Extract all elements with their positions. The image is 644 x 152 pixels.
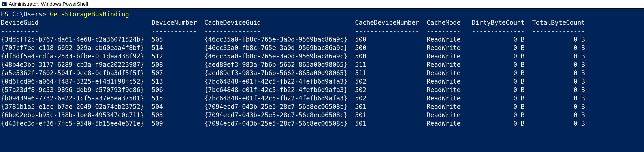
cell-dirty-byte-count: 0 B: [468, 95, 528, 102]
table-row: {3ddcff2c-b767-da61-4e68-c2a36071524b} 5…: [1, 35, 643, 44]
separator: ---------------: [204, 27, 355, 34]
table-row: {0d6fcd96-a064-f487-3325-ef4d1f98fc52} 5…: [1, 77, 643, 86]
terminal-line: DeviceGuid DeviceNumber CacheDeviceGuid …: [1, 18, 643, 27]
cell-total-byte-count: 0 B: [528, 103, 585, 110]
cell-device-guid: {d43fec3d-ef36-7fc5-9540-5b15ee4e671e}: [1, 120, 152, 127]
cell-cache-mode: ReadWrite: [427, 86, 468, 93]
column-header-cache-mode: CacheMode: [427, 19, 468, 26]
cell-device-guid: {a5e5362f-7602-504f-9ec8-0cfba3df5f5f}: [1, 69, 152, 77]
cell-device-guid: {df8df5a4-cdfa-2533-bfbe-011dea338f92}: [1, 52, 152, 60]
cell-cache-device-number: 500: [355, 36, 427, 43]
cell-cache-device-number: 502: [355, 95, 427, 102]
terminal-output[interactable]: PS C:\Users> Get-StorageBusBindingDevice…: [0, 9, 644, 152]
cell-cache-device-guid: {46cc35a0-fb8c-765e-3a0d-9569bac86a9c}: [204, 44, 355, 51]
cell-device-number: 506: [152, 86, 204, 93]
separator: ------------: [152, 27, 204, 34]
cell-dirty-byte-count: 0 B: [468, 36, 528, 43]
cell-total-byte-count: 0 B: [528, 44, 585, 51]
cell-cache-device-guid: {aed89ef3-983a-7b6b-5662-865a00d98065}: [204, 69, 355, 77]
cell-device-guid: {3781b1a5-e1ac-b7ae-2649-02a74cb23752}: [1, 103, 152, 110]
cell-cache-device-guid: {7094ecd7-043b-25e5-28c7-56c8ec06508c}: [204, 120, 355, 127]
table-row: {3781b1a5-e1ac-b7ae-2649-02a74cb23752} 5…: [1, 103, 643, 111]
cell-cache-device-number: 502: [355, 78, 427, 85]
table-row: {6be02ebb-b95c-138b-1be8-495347c0c711} 5…: [1, 111, 643, 119]
cell-cache-device-number: 502: [355, 86, 427, 93]
cell-cache-mode: ReadWrite: [427, 78, 468, 85]
cell-cache-device-number: 501: [355, 120, 427, 127]
cell-cache-mode: ReadWrite: [427, 52, 468, 60]
column-header-dirty-byte-count: DirtyByteCount: [468, 19, 528, 26]
cell-device-guid: {6be02ebb-b95c-138b-1be8-495347c0c711}: [1, 111, 152, 119]
terminal-line: ---------- ------------ --------------- …: [1, 27, 643, 35]
cell-total-byte-count: 0 B: [528, 86, 585, 93]
cell-device-number: 505: [152, 36, 204, 43]
cell-device-number: 513: [152, 78, 204, 85]
cell-cache-device-guid: {46cc35a0-fb8c-765e-3a0d-9569bac86a9c}: [204, 52, 355, 60]
cell-cache-mode: ReadWrite: [427, 69, 468, 77]
column-header-total-byte-count: TotalByteCount: [528, 19, 585, 26]
cell-cache-mode: ReadWrite: [427, 44, 468, 51]
cell-total-byte-count: 0 B: [528, 120, 585, 127]
table-row: {707cf7ee-c118-6692-029a-db60eaa4f8bf} 5…: [1, 44, 643, 52]
cell-device-guid: {707cf7ee-c118-6692-029a-db60eaa4f8bf}: [1, 44, 152, 51]
cell-device-guid: {0d6fcd96-a064-f487-3325-ef4d1f98fc52}: [1, 78, 152, 85]
cell-total-byte-count: 0 B: [528, 95, 585, 102]
cell-cache-mode: ReadWrite: [427, 95, 468, 102]
cell-dirty-byte-count: 0 B: [468, 120, 528, 127]
cell-cache-device-guid: {7094ecd7-043b-25e5-28c7-56c8ec06508c}: [204, 111, 355, 119]
cell-device-number: 508: [152, 61, 204, 68]
prompt-command: Get-StorageBusBinding: [50, 10, 129, 18]
cell-total-byte-count: 0 B: [528, 52, 585, 60]
table-row: {57a23df8-9c53-9896-ddb9-c570793f9e86} 5…: [1, 86, 643, 94]
table-row: {48b4e3bb-3177-6289-cb3a-f9ac20223987} 5…: [1, 60, 643, 69]
cell-cache-mode: ReadWrite: [427, 103, 468, 110]
window-titlebar[interactable]: Administrator: Windows PowerShell: [0, 0, 644, 9]
cell-cache-device-guid: {7bc64848-e01f-42c5-fb22-4fefb6d9afa3}: [204, 78, 355, 85]
column-header-device-number: DeviceNumber: [152, 19, 204, 26]
cell-cache-device-guid: {46cc35a0-fb8c-765e-3a0d-9569bac86a9c}: [204, 36, 355, 43]
separator: --------------: [468, 27, 528, 34]
cell-cache-mode: ReadWrite: [427, 120, 468, 127]
cell-total-byte-count: 0 B: [528, 61, 585, 68]
cell-device-number: 514: [152, 44, 204, 51]
cell-cache-mode: ReadWrite: [427, 111, 468, 119]
column-header-cache-device-number: CacheDeviceNumber: [355, 19, 427, 26]
cell-total-byte-count: 0 B: [528, 111, 585, 119]
column-header-device-guid: DeviceGuid: [1, 19, 152, 26]
table-row: {b09439a6-7732-6a22-1cf5-a37e5ea37501} 5…: [1, 94, 643, 103]
cell-cache-mode: ReadWrite: [427, 61, 468, 68]
cell-cache-device-number: 500: [355, 44, 427, 51]
cell-dirty-byte-count: 0 B: [468, 44, 528, 51]
cell-device-number: 512: [152, 52, 204, 60]
cell-total-byte-count: 0 B: [528, 69, 585, 77]
cell-cache-device-guid: {aed89ef3-983a-7b6b-5662-865a00d98065}: [204, 61, 355, 68]
cell-dirty-byte-count: 0 B: [468, 69, 528, 77]
cell-cache-device-guid: {7bc64848-e01f-42c5-fb22-4fefb6d9afa3}: [204, 95, 355, 102]
separator: --------------: [528, 27, 585, 34]
cell-cache-device-number: 501: [355, 111, 427, 119]
cell-device-guid: {b09439a6-7732-6a22-1cf5-a37e5ea37501}: [1, 95, 152, 102]
cell-dirty-byte-count: 0 B: [468, 103, 528, 110]
svg-rect-0: [2, 2, 6, 6]
table-row: {df8df5a4-cdfa-2533-bfbe-011dea338f92} 5…: [1, 52, 643, 60]
separator: -----------------: [355, 27, 427, 34]
cell-dirty-byte-count: 0 B: [468, 61, 528, 68]
cell-cache-device-number: 500: [355, 52, 427, 60]
cell-cache-mode: ReadWrite: [427, 36, 468, 43]
separator: ---------: [427, 27, 468, 34]
cell-device-number: 504: [152, 103, 204, 110]
cell-dirty-byte-count: 0 B: [468, 86, 528, 93]
prompt-path: PS C:\Users>: [1, 10, 50, 18]
cell-device-number: 515: [152, 95, 204, 102]
terminal-line: PS C:\Users> Get-StorageBusBinding: [1, 10, 643, 18]
cell-cache-device-guid: {7094ecd7-043b-25e5-28c7-56c8ec06508c}: [204, 103, 355, 110]
cell-dirty-byte-count: 0 B: [468, 111, 528, 119]
separator: ----------: [1, 27, 152, 34]
cell-device-number: 503: [152, 111, 204, 119]
window-title: Administrator: Windows PowerShell: [9, 1, 88, 7]
table-row: {a5e5362f-7602-504f-9ec8-0cfba3df5f5f} 5…: [1, 69, 643, 77]
cell-device-number: 507: [152, 69, 204, 77]
cell-device-guid: {3ddcff2c-b767-da61-4e68-c2a36071524b}: [1, 36, 152, 43]
cell-cache-device-number: 511: [355, 61, 427, 68]
cell-cache-device-guid: {7bc64848-e01f-42c5-fb22-4fefb6d9afa3}: [204, 86, 355, 93]
